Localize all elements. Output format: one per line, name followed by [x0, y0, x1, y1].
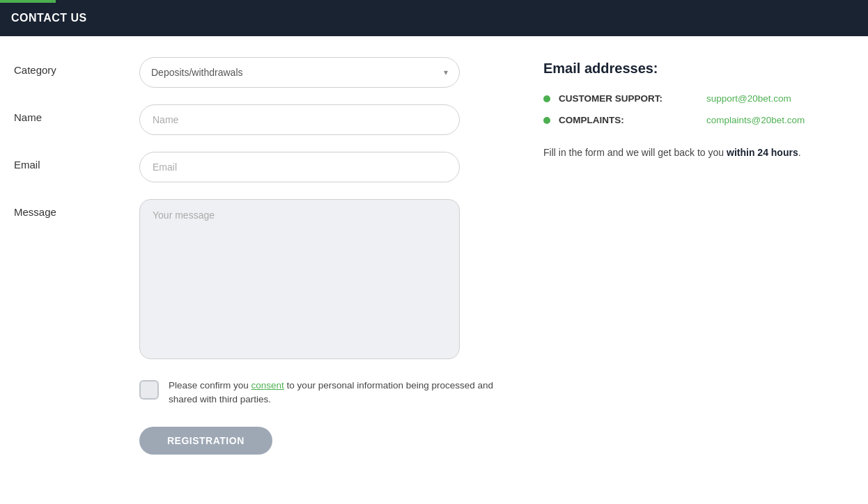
message-row: Message: [14, 199, 502, 362]
consent-text: Please confirm you consent to your perso…: [169, 379, 502, 407]
consent-checkbox[interactable]: [139, 380, 159, 400]
message-textarea[interactable]: [139, 199, 460, 359]
info-title: Email addresses:: [543, 61, 854, 77]
email-input[interactable]: [139, 152, 460, 182]
form-section: Category Deposits/withdrawals ▾ Name Ema…: [14, 57, 502, 455]
info-description: Fill in the form and we will get back to…: [543, 145, 854, 160]
submit-button-wrapper: REGISTRATION: [139, 427, 502, 455]
list-item: COMPLAINTS: complaints@20bet.com: [543, 115, 854, 125]
complaints-email[interactable]: complaints@20bet.com: [706, 115, 805, 125]
info-section: Email addresses: CUSTOMER SUPPORT: suppo…: [543, 57, 854, 455]
name-input-wrapper: [139, 104, 502, 135]
category-input-wrapper: Deposits/withdrawals ▾: [139, 57, 502, 88]
header-accent: [0, 0, 56, 3]
message-label: Message: [14, 199, 139, 218]
customer-support-email[interactable]: support@20bet.com: [706, 93, 791, 104]
message-input-wrapper: [139, 199, 502, 362]
bullet-dot-icon: [543, 95, 550, 102]
consent-row: Please confirm you consent to your perso…: [139, 379, 502, 407]
category-row: Category Deposits/withdrawals ▾: [14, 57, 502, 88]
description-bold: within 24 hours: [727, 147, 798, 158]
category-value: Deposits/withdrawals: [151, 67, 243, 78]
consent-text-before: Please confirm you: [169, 380, 251, 391]
email-row: Email: [14, 152, 502, 182]
name-row: Name: [14, 104, 502, 135]
category-dropdown[interactable]: Deposits/withdrawals ▾: [139, 57, 460, 88]
email-label: Email: [14, 152, 139, 171]
name-input[interactable]: [139, 104, 460, 135]
page-title: CONTACT US: [11, 12, 87, 24]
chevron-down-icon: ▾: [444, 68, 448, 77]
description-before: Fill in the form and we will get back to…: [543, 147, 727, 158]
name-label: Name: [14, 104, 139, 123]
list-item: CUSTOMER SUPPORT: support@20bet.com: [543, 93, 854, 104]
bullet-dot-icon: [543, 117, 550, 124]
main-content: Category Deposits/withdrawals ▾ Name Ema…: [0, 36, 868, 468]
category-label: Category: [14, 57, 139, 76]
complaints-label: COMPLAINTS:: [559, 115, 698, 125]
email-list: CUSTOMER SUPPORT: support@20bet.com COMP…: [543, 93, 854, 125]
header: CONTACT US: [0, 0, 868, 36]
email-input-wrapper: [139, 152, 502, 182]
submit-button[interactable]: REGISTRATION: [139, 427, 272, 455]
consent-link[interactable]: consent: [251, 380, 284, 391]
description-after: .: [798, 147, 801, 158]
customer-support-label: CUSTOMER SUPPORT:: [559, 93, 698, 104]
